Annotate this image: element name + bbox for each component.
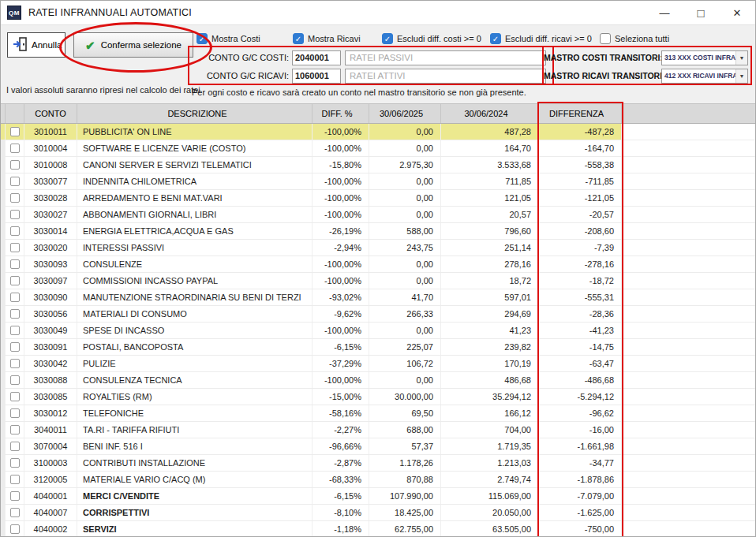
cell-30-06-2024[interactable]: 1.213,03 <box>441 455 539 471</box>
cell-conto[interactable]: 3030088 <box>24 372 77 388</box>
cell-conto[interactable]: 3030020 <box>24 240 77 255</box>
cell-differenza[interactable]: -7.079,00 <box>539 488 622 504</box>
cell-conto[interactable]: 3030091 <box>24 339 77 355</box>
cell-30-06-2025[interactable]: 0,00 <box>369 256 441 272</box>
cell-descrizione[interactable]: CANONI SERVER E SERVIZI TELEMATICI <box>77 157 313 173</box>
row-checkbox[interactable] <box>10 293 20 302</box>
cell-descrizione[interactable]: CONSULENZE <box>77 256 313 272</box>
cell-30-06-2024[interactable]: 597,01 <box>441 289 539 305</box>
row-checkbox[interactable] <box>10 193 20 203</box>
cell-30-06-2024[interactable]: 18,72 <box>441 273 539 289</box>
cell-differenza[interactable]: -486,68 <box>539 372 622 388</box>
cell-30-06-2024[interactable]: 486,68 <box>441 372 539 388</box>
cell-differenza[interactable]: -63,47 <box>539 356 622 371</box>
cell-conto[interactable]: 4040002 <box>24 521 77 537</box>
cell-conto[interactable]: 3010004 <box>24 140 77 156</box>
cell-differenza[interactable]: -7,39 <box>539 240 622 255</box>
cell-differenza[interactable]: -164,70 <box>539 140 622 156</box>
cell-descrizione[interactable]: MATERIALI DI CONSUMO <box>77 306 313 322</box>
cell-30-06-2024[interactable]: 711,85 <box>441 173 539 189</box>
cell-diff[interactable]: -100,00% <box>313 140 369 156</box>
cell-conto[interactable]: 4040007 <box>24 505 77 520</box>
cell-differenza[interactable]: -96,62 <box>539 405 622 421</box>
cell-descrizione[interactable]: PULIZIE <box>77 356 313 371</box>
mastro-ricavi-select[interactable]: 412 XXX RICAVI INFRANNUALI ▼ <box>661 69 748 84</box>
cell-differenza[interactable]: -487,28 <box>539 124 622 140</box>
row-checkbox[interactable] <box>10 442 20 451</box>
header-differenza[interactable]: DIFFERENZA <box>539 104 622 123</box>
cell-30-06-2025[interactable]: 870,88 <box>369 472 441 487</box>
cell-conto[interactable]: 3100003 <box>24 455 77 471</box>
conto-ricavi-desc-field[interactable] <box>345 69 546 84</box>
cell-conto[interactable]: 3010008 <box>24 157 77 173</box>
cell-diff[interactable]: -68,33% <box>313 472 369 487</box>
cell-differenza[interactable]: -16,00 <box>539 422 622 438</box>
cell-conto[interactable]: 3030093 <box>24 256 77 272</box>
filter-checkbox-escludi-diff-ricavi-0[interactable]: ✓Escludi diff. ricavi >= 0 <box>490 33 600 44</box>
cell-diff[interactable]: -96,66% <box>313 438 369 454</box>
cell-conto[interactable]: 3030097 <box>24 273 77 289</box>
cell-diff[interactable]: -100,00% <box>313 190 369 206</box>
row-checkbox[interactable] <box>10 392 20 401</box>
row-checkbox[interactable] <box>10 375 20 385</box>
cell-differenza[interactable]: -1.625,00 <box>539 505 622 520</box>
cell-diff[interactable]: -100,00% <box>313 207 369 222</box>
cell-diff[interactable]: -2,94% <box>313 240 369 255</box>
cell-30-06-2025[interactable]: 688,00 <box>369 422 441 438</box>
cell-diff[interactable]: -6,15% <box>313 339 369 355</box>
cell-diff[interactable]: -2,87% <box>313 455 369 471</box>
cell-diff[interactable]: -100,00% <box>313 256 369 272</box>
cell-descrizione[interactable]: CONTRIBUTI INSTALLAZIONE <box>77 455 313 471</box>
cell-differenza[interactable]: -278,16 <box>539 256 622 272</box>
chevron-down-icon[interactable]: ▼ <box>735 69 747 83</box>
cell-differenza[interactable]: -28,36 <box>539 306 622 322</box>
cell-conto[interactable]: 3030049 <box>24 323 77 338</box>
cell-30-06-2025[interactable]: 225,07 <box>369 339 441 355</box>
row-checkbox[interactable] <box>10 309 20 319</box>
cell-differenza[interactable]: -5.294,12 <box>539 389 622 405</box>
row-checkbox[interactable] <box>10 408 20 418</box>
cell-30-06-2025[interactable]: 0,00 <box>369 173 441 189</box>
cell-diff[interactable]: -100,00% <box>313 173 369 189</box>
header-30-06-2024[interactable]: 30/06/2024 <box>441 104 539 123</box>
cell-diff[interactable]: -15,80% <box>313 157 369 173</box>
row-checkbox[interactable] <box>10 475 20 484</box>
cell-differenza[interactable]: -558,38 <box>539 157 622 173</box>
cell-30-06-2025[interactable]: 30.000,00 <box>369 389 441 405</box>
row-checkbox[interactable] <box>10 458 20 468</box>
row-checkbox[interactable] <box>10 491 20 501</box>
cell-30-06-2024[interactable]: 704,00 <box>441 422 539 438</box>
cell-30-06-2025[interactable]: 0,00 <box>369 124 441 140</box>
cell-30-06-2024[interactable]: 278,16 <box>441 256 539 272</box>
checkbox-icon[interactable]: ✓ <box>490 33 501 44</box>
header-diff[interactable]: DIFF. % <box>313 104 369 123</box>
row-checkbox[interactable] <box>10 226 20 236</box>
cell-30-06-2024[interactable]: 121,05 <box>441 190 539 206</box>
header-30-06-2025[interactable]: 30/06/2025 <box>369 104 441 123</box>
cell-30-06-2025[interactable]: 0,00 <box>369 207 441 222</box>
conto-costi-input[interactable] <box>292 50 341 65</box>
row-checkbox[interactable] <box>10 326 20 335</box>
row-checkbox[interactable] <box>10 508 20 517</box>
cell-descrizione[interactable]: BENI INF. 516 I <box>77 438 313 454</box>
minimize-button[interactable]: — <box>646 1 683 24</box>
chevron-down-icon[interactable]: ▼ <box>735 51 747 65</box>
row-checkbox[interactable] <box>10 177 20 186</box>
cell-diff[interactable]: -100,00% <box>313 323 369 338</box>
cell-30-06-2024[interactable]: 487,28 <box>441 124 539 140</box>
cell-descrizione[interactable]: POSTALI, BANCOPOSTA <box>77 339 313 355</box>
filter-checkbox-seleziona-tutti[interactable]: Seleziona tutti <box>600 33 669 44</box>
filter-checkbox-mostra-ricavi[interactable]: ✓Mostra Ricavi <box>293 33 382 44</box>
cell-descrizione[interactable]: MERCI C/VENDITE <box>77 488 313 504</box>
cell-differenza[interactable]: -711,85 <box>539 173 622 189</box>
cell-30-06-2024[interactable]: 796,60 <box>441 223 539 239</box>
cell-descrizione[interactable]: INDENNITA CHILOMETRICA <box>77 173 313 189</box>
cell-differenza[interactable]: -750,00 <box>539 521 622 537</box>
cell-30-06-2024[interactable]: 164,70 <box>441 140 539 156</box>
cell-diff[interactable]: -100,00% <box>313 273 369 289</box>
cell-descrizione[interactable]: PUBBLICITA' ON LINE <box>77 124 313 140</box>
cell-descrizione[interactable]: TELEFONICHE <box>77 405 313 421</box>
cell-conto[interactable]: 3030090 <box>24 289 77 305</box>
cell-30-06-2024[interactable]: 2.749,74 <box>441 472 539 487</box>
filter-checkbox-escludi-diff-costi-0[interactable]: ✓Escludi diff. costi >= 0 <box>382 33 490 44</box>
